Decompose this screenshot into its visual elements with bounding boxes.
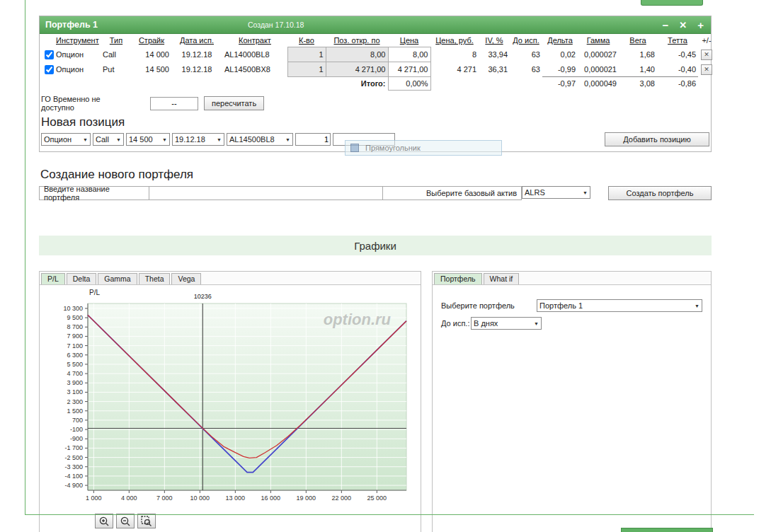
rectangle-tool-overlay[interactable]: Прямоугольник: [345, 140, 502, 156]
cell-qty: 1: [287, 62, 326, 77]
cell-price: 4 271,00: [388, 62, 430, 77]
svg-text:-4 900: -4 900: [64, 482, 83, 489]
delete-position-button[interactable]: ✕: [701, 50, 712, 60]
totals-theta: -0,86: [657, 77, 698, 91]
col-header[interactable]: Гамма: [578, 34, 619, 47]
col-header[interactable]: Цена: [388, 34, 430, 47]
days-mode-select[interactable]: В днях▼: [471, 317, 542, 330]
quantity-field[interactable]: [295, 133, 331, 146]
svg-text:4 700: 4 700: [67, 370, 83, 377]
tab-портфель[interactable]: Портфель: [434, 273, 482, 284]
portfolio-header: Портфель 1 Создан 17.10.18 − ✕ +: [40, 16, 711, 34]
option-type-value: Call: [96, 135, 109, 144]
svg-text:1 000: 1 000: [86, 495, 102, 502]
svg-text:-1 700: -1 700: [64, 444, 83, 451]
add-icon[interactable]: +: [697, 19, 704, 31]
chart-panel: P/LDeltaGammaThetaVega 10 3009 5008 7007…: [39, 271, 421, 532]
checkbox-col-header: [40, 34, 54, 47]
delete-position-button[interactable]: ✕: [701, 64, 712, 75]
col-header[interactable]: IV, %: [479, 34, 510, 47]
recalculate-button[interactable]: пересчитать: [204, 96, 264, 110]
page-left-border: [25, 0, 25, 515]
cell-date: 19.12.18: [171, 47, 222, 62]
tab-gamma[interactable]: Gamma: [98, 273, 137, 284]
portfolio-select[interactable]: Портфель 1▼: [537, 299, 702, 312]
svg-text:9 500: 9 500: [67, 314, 83, 321]
days-mode-label: До исп.:: [441, 319, 471, 328]
strike-select[interactable]: 14 500▼: [126, 133, 170, 146]
col-header[interactable]: Дельта: [542, 34, 578, 47]
zoom-area-button[interactable]: [137, 514, 156, 528]
position-row: ОпционPut14 50019.12.18AL14500BX814 271,…: [40, 62, 715, 77]
zoom-out-icon: [120, 516, 131, 527]
svg-text:P/L: P/L: [89, 289, 100, 296]
close-icon[interactable]: ✕: [679, 20, 687, 30]
contract-value: AL14500BL8: [229, 135, 275, 144]
chevron-down-icon: ▼: [162, 137, 167, 142]
col-header[interactable]: Контракт: [222, 34, 287, 47]
zoom-in-button[interactable]: [95, 514, 113, 528]
svg-text:10 000: 10 000: [190, 495, 210, 502]
col-header[interactable]: Дата исп.: [171, 34, 222, 47]
svg-text:13 000: 13 000: [226, 495, 246, 502]
tab-delta[interactable]: Delta: [67, 273, 97, 284]
cutoff-button-bottom[interactable]: [621, 528, 713, 532]
cell-price_rub: 4 271: [430, 62, 479, 77]
chevron-down-icon: ▼: [83, 137, 88, 142]
col-header[interactable]: Тетта: [657, 34, 698, 47]
portfolio-title: Портфель 1: [45, 20, 98, 30]
position-checkbox[interactable]: [45, 50, 54, 59]
create-portfolio-button[interactable]: Создать портфель: [608, 186, 712, 200]
create-portfolio-title: Создание нового портфеля: [40, 168, 712, 182]
svg-text:6 300: 6 300: [67, 352, 83, 359]
cell-vega: 1,68: [619, 47, 657, 62]
totals-delta: -0,97: [542, 77, 578, 91]
settings-tabs: ПортфельWhat if: [433, 272, 711, 285]
add-position-button[interactable]: Добавить позицию: [605, 132, 709, 146]
svg-text:option.ru: option.ru: [324, 311, 392, 328]
rectangle-tool-label: Прямоугольник: [365, 144, 421, 152]
cutoff-button-top[interactable]: [641, 0, 703, 6]
base-asset-value: ALRS: [525, 188, 545, 197]
svg-text:7 100: 7 100: [67, 342, 83, 349]
cell-price_rub: 8: [430, 47, 479, 62]
contract-select[interactable]: AL14500BL8▼: [227, 133, 293, 146]
chevron-down-icon: ▼: [695, 303, 699, 308]
tab-what-if[interactable]: What if: [484, 273, 520, 284]
zoom-out-button[interactable]: [116, 514, 135, 528]
go-unavailable-label: ГО Временно не доступно: [41, 95, 120, 112]
page-bottom-border: [25, 514, 754, 515]
totals-gamma: 0,000049: [578, 77, 619, 91]
portfolio-block: Портфель 1 Создан 17.10.18 − ✕ + Инструм…: [39, 16, 712, 152]
cell-instrument: Опцион: [54, 62, 101, 77]
days-mode-value: В днях: [474, 319, 498, 328]
col-header[interactable]: До исп.: [510, 34, 542, 47]
col-header[interactable]: Вега: [619, 34, 657, 47]
col-header[interactable]: Тип: [101, 34, 132, 47]
go-value-field[interactable]: [150, 97, 198, 110]
col-header[interactable]: Страйк: [132, 34, 171, 47]
cell-price: 8,00: [388, 47, 430, 62]
minimize-icon[interactable]: −: [663, 19, 669, 31]
tab-vega[interactable]: Vega: [171, 273, 201, 284]
portfolio-name-input[interactable]: [149, 186, 383, 200]
col-header[interactable]: Цена, руб.: [430, 34, 479, 47]
tab-p-l[interactable]: P/L: [41, 273, 65, 284]
portfolio-settings-panel: ПортфельWhat if Выберите портфель Портфе…: [432, 271, 712, 532]
col-header[interactable]: К-во: [287, 34, 326, 47]
instrument-type-select[interactable]: Опцион▼: [41, 133, 91, 146]
cell-type: Call: [101, 47, 132, 62]
base-asset-select[interactable]: ALRS▼: [522, 186, 590, 199]
option-type-select[interactable]: Call▼: [93, 133, 124, 146]
expiry-date-select[interactable]: 19.12.18▼: [172, 133, 224, 146]
pl-chart[interactable]: 10 3009 5008 7007 9007 1006 3005 5004 70…: [40, 285, 419, 510]
svg-text:19 000: 19 000: [297, 495, 316, 502]
charts-panels: P/LDeltaGammaThetaVega 10 3009 5008 7007…: [39, 271, 712, 532]
col-header[interactable]: Инструмент: [54, 34, 101, 47]
select-portfolio-row: Выберите портфель Портфель 1▼: [441, 299, 702, 312]
svg-text:7 900: 7 900: [67, 332, 83, 340]
tab-theta[interactable]: Theta: [139, 273, 171, 284]
svg-text:3 100: 3 100: [67, 388, 83, 395]
position-checkbox[interactable]: [45, 65, 54, 74]
col-header[interactable]: Поз. откр. по: [326, 34, 388, 47]
